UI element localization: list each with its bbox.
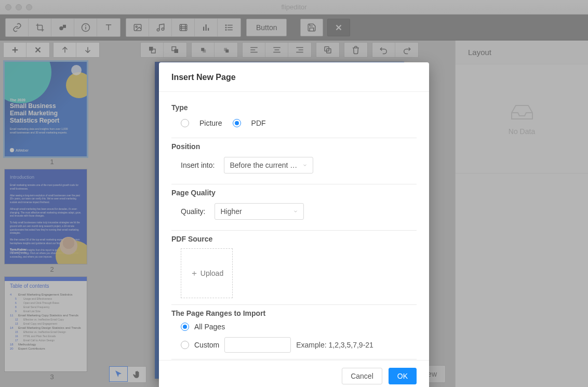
- range-custom-radio[interactable]: [181, 341, 189, 349]
- ok-button[interactable]: OK: [389, 368, 417, 384]
- chevron-down-icon: [293, 207, 298, 216]
- upload-label: Upload: [201, 269, 223, 277]
- type-pdf-radio[interactable]: [233, 119, 241, 127]
- upload-dropzone[interactable]: ＋ Upload: [181, 248, 233, 298]
- type-pdf-label: PDF: [251, 119, 266, 127]
- cancel-button[interactable]: Cancel: [342, 368, 382, 384]
- quality-select[interactable]: Higher: [215, 203, 304, 220]
- quality-label: Quality:: [181, 207, 205, 216]
- type-picture-label: Picture: [199, 119, 222, 127]
- insert-into-label: Insert into:: [181, 161, 215, 169]
- type-picture-radio[interactable]: [181, 119, 189, 127]
- insert-into-value: Before the current …: [230, 161, 297, 169]
- quality-section-label: Page Quality: [171, 189, 417, 197]
- modal-overlay: Insert New Page Type Picture PDF Positio…: [0, 0, 588, 387]
- position-section-label: Position: [171, 142, 417, 151]
- insert-page-dialog: Insert New Page Type Picture PDF Positio…: [159, 62, 429, 387]
- quality-value: Higher: [220, 207, 242, 216]
- ranges-section-label: The Page Ranges to Import: [171, 309, 417, 317]
- range-all-label: All Pages: [194, 323, 225, 331]
- range-all-radio[interactable]: [181, 323, 189, 331]
- range-custom-label: Custom: [194, 341, 219, 349]
- chevron-down-icon: [302, 161, 308, 169]
- range-custom-input[interactable]: [224, 337, 291, 353]
- dialog-title: Insert New Page: [159, 62, 429, 92]
- range-example-label: Example: 1,2,3,5,7,9-21: [296, 341, 373, 349]
- type-section-label: Type: [171, 103, 417, 112]
- plus-icon: ＋: [190, 269, 198, 277]
- insert-into-select[interactable]: Before the current …: [224, 157, 313, 174]
- source-section-label: PDF Source: [171, 235, 417, 243]
